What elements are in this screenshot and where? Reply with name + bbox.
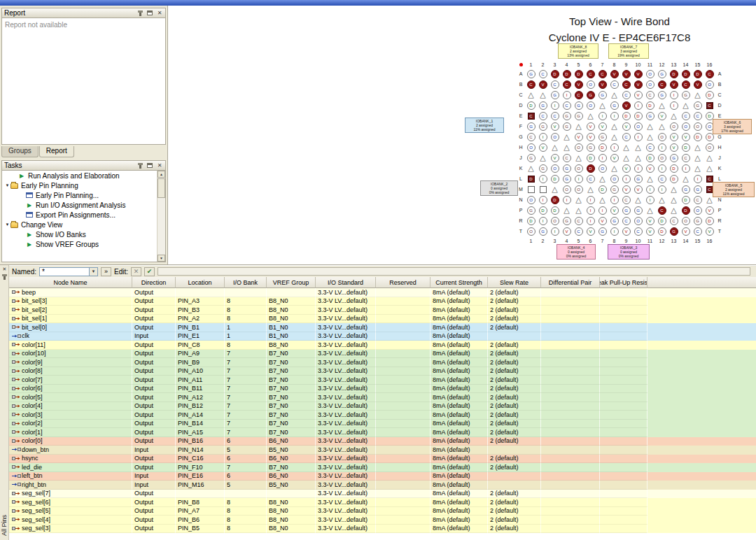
cell-reserved[interactable] [376,498,430,507]
cell-node-name[interactable]: left_btn [9,472,132,481]
column-header-slew-rate[interactable]: Slew Rate [488,277,541,288]
pin-C4[interactable]: I [561,90,573,100]
pin-A5[interactable]: D [573,69,584,79]
task-item-export-pin-assignments[interactable]: Export Pin Assignments... [2,210,157,220]
cell-differential-pair[interactable] [541,332,600,341]
pin-D12[interactable]: △ [656,100,668,111]
expander-icon[interactable]: ▼ [4,183,10,187]
cell-slew-rate[interactable]: 2 (default) [488,315,541,324]
cell-reserved[interactable] [376,455,430,464]
pin-D6[interactable]: O [584,100,596,111]
float-icon[interactable] [146,10,153,17]
pin-K6[interactable]: D [584,163,596,173]
pin-P8[interactable]: V [608,205,620,215]
task-item-run-i-o-assignment-analysis[interactable]: ▶Run I/O Assignment Analysis [2,200,157,210]
column-header-i-o-bank[interactable]: I/O Bank [225,277,267,288]
pin-H5[interactable]: O [573,142,584,152]
cell-current-strength[interactable]: 8mA (default) [430,297,488,306]
cell-vref-group[interactable]: B8_N0 [267,525,316,534]
cell-slew-rate[interactable]: 2 (default) [488,306,541,315]
cell-node-name[interactable]: color[8] [9,367,132,376]
pin-A15[interactable]: D [692,69,704,79]
cell-slew-rate[interactable]: 2 (default) [488,341,541,350]
cell-direction[interactable]: Output [132,323,176,332]
cell-reserved[interactable] [376,306,430,315]
pin-K10[interactable]: I [632,163,644,173]
cell-i-o-standard[interactable]: 3.3-V LV...default) [316,481,376,490]
cell-slew-rate[interactable]: 2 (default) [488,411,541,420]
cell-i-o-bank[interactable]: 7 [225,428,267,437]
pin-A9[interactable]: V [620,69,632,79]
cell-i-o-standard[interactable]: 3.3-V LV...default) [316,420,376,429]
cell-i-o-bank[interactable]: 8 [225,297,267,306]
pin-L5[interactable]: I [573,173,584,184]
pin-M14[interactable]: G [680,184,692,194]
pin-P13[interactable]: △ [668,205,680,215]
pin-F14[interactable]: O [680,121,692,132]
cell-current-strength[interactable]: 8mA (default) [430,393,488,402]
cell-slew-rate[interactable]: 2 (default) [488,393,541,402]
pin-K3[interactable]: O [549,163,561,173]
pin-T5[interactable]: C [573,226,584,236]
cell-reserved[interactable] [376,385,430,394]
pin-P10[interactable]: G [632,205,644,215]
cell-direction[interactable]: Output [132,490,176,499]
cell-slew-rate[interactable]: 2 (default) [488,350,541,359]
cell-direction[interactable]: Output [132,385,176,394]
task-item-early-pin-planning[interactable]: Early Pin Planning... [2,190,157,200]
pin-K8[interactable]: △ [608,163,620,173]
pin-H8[interactable]: I [608,142,620,152]
cell-node-name[interactable]: seg_sel[7] [9,490,132,499]
pin-L15[interactable]: I [692,173,704,184]
cell-reserved[interactable] [376,437,430,446]
cell-node-name[interactable]: clk [9,332,132,341]
pin-R5[interactable]: C [573,215,584,226]
cell-vref-group[interactable]: B7_N0 [267,358,316,367]
cell-i-o-bank[interactable]: 8 [225,315,267,324]
pin-R15[interactable]: G [692,215,704,226]
pin-D4[interactable]: C [561,100,573,111]
cell-weak-pull-up-resistor[interactable] [600,472,648,481]
pin-J14[interactable]: C [680,152,692,163]
cell-i-o-bank[interactable]: 5 [225,481,267,490]
cell-differential-pair[interactable] [541,507,600,516]
pin-N9[interactable]: C [620,194,632,205]
cell-location[interactable]: PIN_A15 [176,428,225,437]
cell-differential-pair[interactable] [541,420,600,429]
pin-B6[interactable]: O [584,79,596,90]
pin-T12[interactable]: D [656,226,668,236]
pin-E12[interactable]: V [656,111,668,121]
cell-direction[interactable]: Output [132,402,176,411]
pin-L14[interactable]: △ [680,173,692,184]
cell-weak-pull-up-resistor[interactable] [600,393,648,402]
cell-node-name[interactable]: color[10] [9,350,132,359]
cell-differential-pair[interactable] [541,358,600,367]
cell-slew-rate[interactable]: 2 (default) [488,455,541,464]
pin-R9[interactable]: C [620,215,632,226]
cell-i-o-standard[interactable]: 3.3-V LV...default) [316,525,376,534]
pin-N14[interactable]: D [680,194,692,205]
pin-C13[interactable]: I [668,90,680,100]
pin-K16[interactable]: △ [704,163,715,173]
cell-direction[interactable]: Input [132,481,176,490]
cell-location[interactable]: PIN_B9 [176,358,225,367]
cell-direction[interactable]: Output [132,341,176,350]
pin-R7[interactable]: V [596,215,608,226]
pin-L13[interactable]: D [668,173,680,184]
pin-F12[interactable]: △ [656,121,668,132]
cell-i-o-standard[interactable]: 3.3-V LV...default) [316,297,376,306]
pin-B2[interactable]: V [537,79,549,90]
cell-i-o-standard[interactable]: 3.3-V LV...default) [316,332,376,341]
expander-icon[interactable]: ▼ [4,222,10,227]
cell-location[interactable]: PIN_B16 [176,437,225,446]
pin-D16[interactable]: C [704,100,715,111]
cell-slew-rate[interactable]: 2 (default) [488,288,541,297]
pin-P12[interactable]: C [656,205,668,215]
cell-vref-group[interactable]: B5_N0 [267,446,316,455]
column-header-weak-pull-up-resistor[interactable]: Weak Pull-Up Resistor [600,277,648,288]
cell-direction[interactable]: Input [132,446,176,455]
cell-current-strength[interactable]: 8mA (default) [430,481,488,490]
cell-current-strength[interactable]: 8mA (default) [430,411,488,420]
cell-direction[interactable]: Output [132,288,176,297]
pin-J4[interactable]: C [561,152,573,163]
